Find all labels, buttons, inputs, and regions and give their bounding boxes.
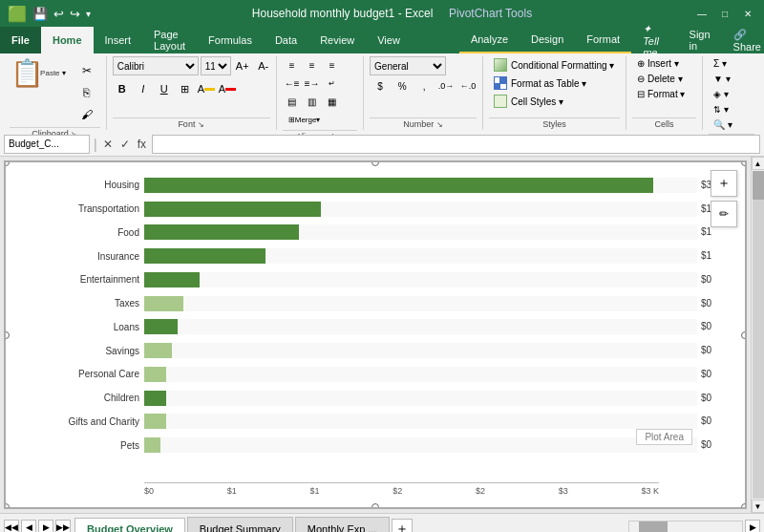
font-color-button[interactable]: A <box>218 79 237 98</box>
indent-decrease[interactable]: ←≡ <box>283 74 302 92</box>
sheet-nav-first[interactable]: ◀◀ <box>4 520 19 533</box>
sheet-nav-last[interactable]: ▶▶ <box>55 520 71 533</box>
number-row-2: $ % , .0→ ←.0 <box>370 77 478 95</box>
align-center[interactable]: ▥ <box>303 93 322 110</box>
save-icon[interactable]: 💾 <box>32 7 48 21</box>
scroll-up-btn[interactable]: ▲ <box>752 157 765 170</box>
bar-value-6: $0 <box>701 319 711 334</box>
format-as-table-button[interactable]: Format as Table ▾ <box>489 74 591 92</box>
format-button[interactable]: ⊟ Format ▾ <box>632 87 690 101</box>
sort-icon: ⇅ <box>713 105 721 115</box>
tab-monthly-exp[interactable]: Monthly Exp ... <box>295 517 390 532</box>
h-scroll-right[interactable]: ▶ <box>745 520 760 533</box>
formula-fx-btn[interactable]: fx <box>136 138 148 151</box>
indent-increase[interactable]: ≡→ <box>303 74 322 92</box>
tab-page-layout[interactable]: Page Layout <box>142 27 197 53</box>
tab-format[interactable]: Format <box>575 27 631 53</box>
tab-home[interactable]: Home <box>41 27 94 53</box>
tab-formulas[interactable]: Formulas <box>197 27 264 53</box>
number-format-select[interactable]: General <box>370 56 446 75</box>
chart-toolbar: ＋ ✏ <box>711 170 737 227</box>
sum-button[interactable]: Σ ▾ <box>709 56 732 71</box>
font-increase-btn[interactable]: A+ <box>233 56 252 75</box>
fill-button[interactable]: ▼ ▾ <box>709 72 735 86</box>
decrease-decimal[interactable]: ←.0 <box>457 77 478 95</box>
copy-button[interactable]: ⎘ <box>74 82 100 103</box>
handle-br[interactable] <box>741 503 747 509</box>
comma-btn[interactable]: , <box>414 77 435 95</box>
wrap-text[interactable]: ↵ <box>323 74 342 92</box>
currency-btn[interactable]: $ <box>370 77 391 95</box>
formula-confirm-btn[interactable]: ✓ <box>118 138 132 151</box>
tab-sign-in[interactable]: Sign in <box>678 27 722 53</box>
tab-tell-me[interactable]: ✦ Tell me... <box>631 27 677 53</box>
sheet-nav-next[interactable]: ▶ <box>38 520 53 533</box>
close-btn[interactable]: ✕ <box>739 5 756 22</box>
bar-value-11: $0 <box>701 437 711 453</box>
maximize-btn[interactable]: □ <box>716 5 733 22</box>
add-sheet-btn[interactable]: ＋ <box>392 519 413 532</box>
find-select-button[interactable]: 🔍 ▾ <box>709 117 737 132</box>
cell-styles-button[interactable]: Cell Styles ▾ <box>489 93 568 110</box>
align-top-right[interactable]: ≡ <box>323 56 342 74</box>
format-as-table-label: Format as Table ▾ <box>511 78 586 89</box>
minimize-btn[interactable]: — <box>693 5 711 22</box>
border-button[interactable]: ⊞ <box>176 79 195 98</box>
chart-elements-btn[interactable]: ＋ <box>711 170 737 197</box>
font-size-select[interactable]: 11 <box>201 56 231 75</box>
tab-share[interactable]: 🔗 Share <box>722 27 764 53</box>
scroll-down-btn[interactable]: ▼ <box>752 500 765 513</box>
clear-button[interactable]: ◈ ▾ <box>709 87 733 101</box>
delete-button[interactable]: ⊖ Delete ▾ <box>632 72 688 86</box>
increase-decimal[interactable]: .0→ <box>435 77 456 95</box>
title-bar-right: — □ ✕ <box>693 5 756 22</box>
paste-button[interactable]: 📋 Paste ▾ <box>10 56 72 89</box>
align-top-left[interactable]: ≡ <box>283 56 302 74</box>
sort-filter-button[interactable]: ⇅ ▾ <box>709 102 733 117</box>
tab-data[interactable]: Data <box>264 27 308 53</box>
insert-button[interactable]: ⊕ Insert ▾ <box>632 56 684 71</box>
editing-content: Σ ▾ ▼ ▾ ◈ ▾ ⇅ ▾ 🔍 ▾ <box>709 56 754 132</box>
align-right[interactable]: ▦ <box>323 93 342 110</box>
formula-input[interactable] <box>152 135 760 154</box>
tab-view[interactable]: View <box>366 27 412 53</box>
bold-button[interactable]: B <box>113 79 132 98</box>
tab-review[interactable]: Review <box>308 27 366 53</box>
bar-label-2: Food <box>15 227 139 238</box>
chart-styles-btn[interactable]: ✏ <box>711 201 737 227</box>
tab-insert[interactable]: Insert <box>94 27 143 53</box>
undo-icon[interactable]: ↩ <box>53 7 64 21</box>
bar-track-8: $0 <box>144 367 697 382</box>
font-decrease-btn[interactable]: A- <box>254 56 273 75</box>
merge-cells[interactable]: ⊞Merge▾ <box>283 111 327 128</box>
tab-analyze[interactable]: Analyze <box>459 27 520 53</box>
italic-button[interactable]: I <box>134 79 153 98</box>
handle-mr[interactable] <box>741 331 747 339</box>
name-box[interactable] <box>4 135 90 154</box>
tab-design[interactable]: Design <box>520 27 575 53</box>
fill-color-button[interactable]: A <box>197 79 216 98</box>
chart-container[interactable]: ＋ ✏ Housing$3KTransportation$1Food$1Insu… <box>4 160 747 509</box>
align-left[interactable]: ▤ <box>283 93 302 110</box>
tab-budget-overview[interactable]: Budget Overview <box>74 518 185 532</box>
handle-tr[interactable] <box>741 160 747 166</box>
align-top-center[interactable]: ≡ <box>303 56 322 74</box>
font-name-select[interactable]: Calibri <box>113 56 199 75</box>
sheet-nav-prev[interactable]: ◀ <box>21 520 36 533</box>
formula-cancel-btn[interactable]: ✕ <box>101 138 115 151</box>
cut-button[interactable]: ✂ <box>74 60 100 81</box>
x-axis: $0 $1 $1 $2 $2 $3 $3 K <box>144 482 659 496</box>
underline-button[interactable]: U <box>155 79 174 98</box>
scroll-thumb-right[interactable] <box>753 171 764 200</box>
horizontal-scrollbar[interactable] <box>628 521 743 533</box>
tab-file[interactable]: File <box>0 27 41 53</box>
formula-bar: | ✕ ✓ fx <box>0 132 764 157</box>
h-scroll-thumb[interactable] <box>639 521 668 533</box>
conditional-formatting-button[interactable]: Conditional Formatting ▾ <box>489 56 619 74</box>
find-arrow: ▾ <box>728 119 732 130</box>
format-painter-button[interactable]: 🖌 <box>74 104 100 125</box>
percent-btn[interactable]: % <box>392 77 413 95</box>
redo-icon[interactable]: ↪ <box>70 7 80 21</box>
scroll-track-right[interactable] <box>753 171 764 499</box>
tab-budget-summary[interactable]: Budget Summary <box>187 517 293 532</box>
